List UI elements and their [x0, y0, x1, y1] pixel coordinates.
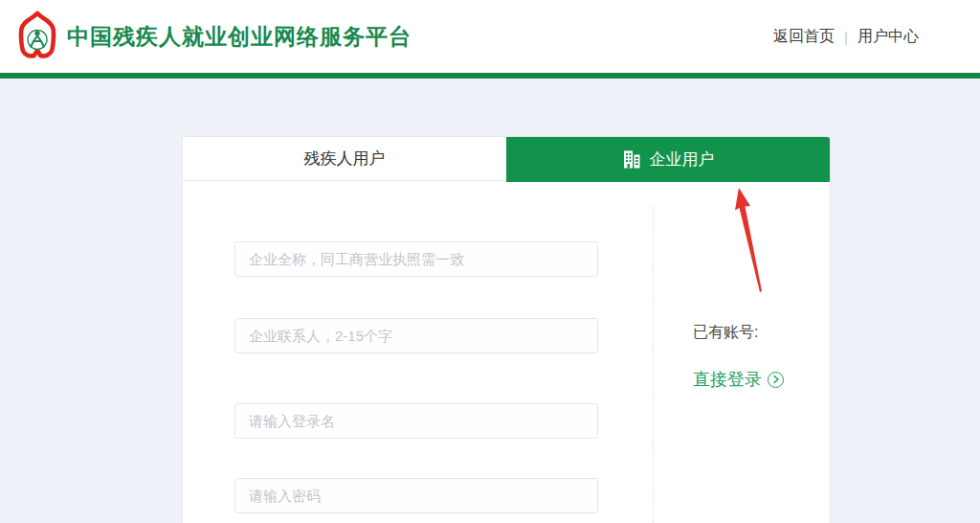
- company-contact-input[interactable]: [234, 318, 598, 353]
- user-type-tabs: 残疾人用户: [183, 137, 830, 181]
- page: 中国残疾人就业创业网络服务平台 返回首页 | 用户中心 残疾人用户: [0, 0, 980, 523]
- login-name-input[interactable]: [234, 403, 598, 439]
- return-home-link[interactable]: 返回首页: [773, 27, 835, 47]
- tab-disabled-user-label: 残疾人用户: [304, 148, 386, 170]
- existing-account-label: 已有账号:: [693, 323, 758, 343]
- tab-enterprise-user-label: 企业用户: [650, 148, 715, 171]
- header-links: 返回首页 | 用户中心: [773, 0, 919, 73]
- link-separator: |: [844, 29, 848, 45]
- header: 中国残疾人就业创业网络服务平台 返回首页 | 用户中心: [0, 0, 980, 73]
- site-title: 中国残疾人就业创业网络服务平台: [67, 0, 412, 73]
- direct-login-label: 直接登录: [693, 368, 762, 391]
- company-name-input[interactable]: [234, 241, 598, 277]
- cdpf-logo-icon: [13, 8, 61, 65]
- vertical-divider: [653, 207, 654, 523]
- tab-disabled-user[interactable]: 残疾人用户: [183, 137, 506, 180]
- password-input[interactable]: [234, 478, 598, 513]
- user-center-link[interactable]: 用户中心: [858, 27, 919, 47]
- registration-panel: 残疾人用户: [182, 136, 831, 523]
- circle-chevron-right-icon: [768, 372, 784, 388]
- header-accent-bar: [0, 73, 980, 79]
- building-icon: [622, 149, 641, 170]
- tab-enterprise-user[interactable]: 企业用户: [506, 137, 830, 182]
- direct-login-link[interactable]: 直接登录: [693, 368, 784, 391]
